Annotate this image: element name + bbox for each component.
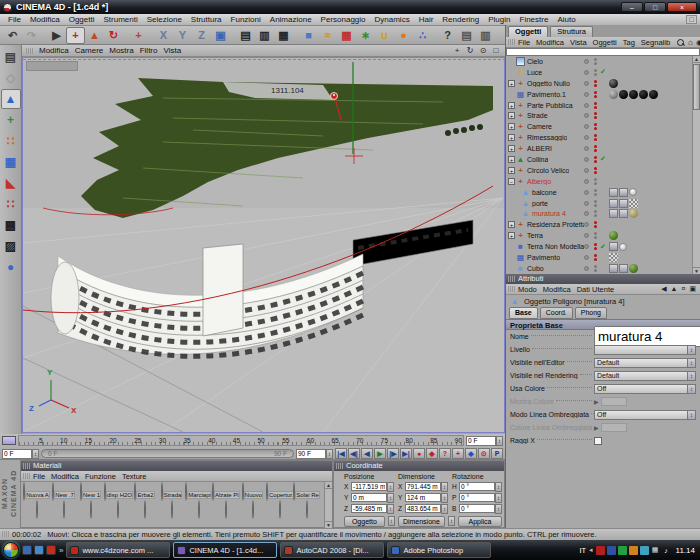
usa-colore-select[interactable]: Off↕: [594, 384, 696, 394]
material-preview[interactable]: [36, 500, 38, 519]
render-settings-icon[interactable]: ▦: [274, 27, 293, 44]
expand-toggle-icon[interactable]: +: [508, 232, 515, 239]
goto-end-button[interactable]: ▶|: [400, 448, 412, 459]
phong-tag-icon[interactable]: [609, 188, 618, 197]
visibility-dots[interactable]: [592, 177, 598, 186]
materials-menu-item[interactable]: Texture: [122, 472, 147, 481]
material-item[interactable]: [239, 501, 266, 519]
menu-item[interactable]: Finestre: [518, 15, 551, 24]
dimension-z-spinner[interactable]: ↕: [441, 504, 448, 514]
dropdown-arrow-icon[interactable]: ↕: [687, 359, 695, 367]
tree-row-alberi[interactable]: +ALBERI: [506, 143, 700, 154]
material-item[interactable]: [104, 501, 131, 519]
uvw-tag-icon[interactable]: [619, 199, 628, 208]
tree-row-camere[interactable]: +Camere: [506, 121, 700, 132]
object-filter-input[interactable]: [506, 48, 700, 56]
attributes-menu-item[interactable]: Modo: [518, 285, 537, 294]
layer-dot[interactable]: [584, 157, 589, 162]
display-layout-2-icon[interactable]: ▥: [476, 27, 495, 44]
position-z-field[interactable]: [351, 504, 387, 513]
material-item[interactable]: [131, 501, 158, 519]
position-y-spinner[interactable]: ↕: [387, 493, 394, 503]
object-manager-menu-item[interactable]: Segnalib: [641, 38, 670, 47]
material-preview[interactable]: [225, 500, 227, 519]
expand-toggle-icon[interactable]: +: [508, 134, 515, 141]
object-manager-grip[interactable]: [508, 39, 515, 45]
expand-toggle-icon[interactable]: +: [508, 156, 515, 163]
tray-app-2-icon[interactable]: [607, 546, 616, 555]
material-item[interactable]: [212, 501, 239, 519]
scale-tool-icon[interactable]: ▲: [85, 27, 104, 44]
layer-dot[interactable]: [584, 179, 589, 184]
zoom-view-icon[interactable]: ⊙: [478, 46, 488, 55]
material-chip[interactable]: [619, 90, 628, 99]
menu-item[interactable]: Rendering: [440, 15, 481, 24]
menu-item[interactable]: Aiuto: [555, 15, 577, 24]
rotate-view-icon[interactable]: ↻: [465, 46, 475, 55]
layer-dot[interactable]: [584, 146, 589, 151]
range-end-spinner[interactable]: ↕: [326, 449, 333, 459]
size-mode-spinner[interactable]: ↕: [448, 516, 455, 526]
rotation-b-field[interactable]: [459, 504, 495, 513]
phong-tag-icon[interactable]: [609, 264, 618, 273]
material-chip[interactable]: [609, 253, 618, 262]
lock-y-axis-icon[interactable]: Y: [173, 27, 192, 44]
polygon-mode-icon[interactable]: ◣: [1, 173, 21, 193]
tree-row-parte-pubblica[interactable]: +Parte Pubblica: [506, 100, 700, 111]
layer-dot[interactable]: [584, 168, 589, 173]
object-manager-menu-item[interactable]: Tag: [623, 38, 635, 47]
visibility-dots[interactable]: [592, 101, 598, 110]
powerslider-button[interactable]: P: [491, 448, 503, 459]
tab-phong[interactable]: Phong: [575, 307, 607, 319]
visibility-dots[interactable]: [592, 155, 598, 164]
home-icon[interactable]: ⌂: [688, 38, 693, 47]
material-item[interactable]: Alzate Pl: [212, 483, 239, 501]
rotation-p-spinner[interactable]: ↕: [495, 493, 502, 503]
material-preview[interactable]: [171, 500, 173, 519]
play-backward-button[interactable]: ◀: [361, 448, 373, 459]
layer-dot[interactable]: [584, 92, 589, 97]
material-chip[interactable]: [629, 188, 637, 196]
material-item[interactable]: Solai Re: [293, 483, 320, 501]
attributes-grip[interactable]: [508, 276, 515, 282]
record-key-button[interactable]: ◆: [426, 448, 438, 459]
material-preview[interactable]: [198, 500, 200, 519]
dimension-x-spinner[interactable]: ↕: [441, 482, 448, 492]
visibility-dots[interactable]: [592, 253, 598, 262]
object-manager-menu-item[interactable]: File: [518, 38, 530, 47]
quick-launch-overflow[interactable]: »: [59, 546, 63, 555]
attributes-menu-grip[interactable]: [508, 286, 515, 292]
tray-chevron-icon[interactable]: ◂: [589, 546, 593, 554]
network-icon[interactable]: ▦: [651, 546, 660, 555]
visibility-dots[interactable]: [592, 199, 598, 208]
dropdown-arrow-icon[interactable]: ↕: [687, 411, 695, 419]
layer-dot[interactable]: [584, 135, 589, 140]
rotate-tool-icon[interactable]: ↻: [104, 27, 123, 44]
frame-spinner[interactable]: ↕: [496, 436, 503, 446]
menu-item[interactable]: Modifica: [28, 15, 62, 24]
menu-item[interactable]: Funzioni: [229, 15, 263, 24]
material-item[interactable]: Strada: [158, 483, 185, 501]
layer-dot[interactable]: [584, 201, 589, 206]
eye-icon[interactable]: ◉: [696, 38, 700, 47]
tab-struttura[interactable]: Struttura: [550, 26, 593, 37]
tree-row-residenza-protetta[interactable]: +Residenza Protetta: [506, 219, 700, 230]
visibility-dots[interactable]: [592, 220, 598, 229]
lock-x-axis-icon[interactable]: X: [154, 27, 173, 44]
animation-mode-icon[interactable]: ∷: [1, 194, 21, 214]
material-item[interactable]: [50, 501, 77, 519]
show-desktop-icon[interactable]: [22, 545, 32, 555]
edge-mode-icon[interactable]: ▦: [1, 152, 21, 172]
viewport-canvas[interactable]: 1311.104 Y X Z: [22, 57, 505, 433]
visibile-rendering-select[interactable]: Default↕: [594, 371, 696, 381]
visibility-dots[interactable]: [592, 166, 598, 175]
object-axis-mode-icon[interactable]: +: [1, 110, 21, 130]
lock-icon[interactable]: ¤: [681, 285, 685, 293]
dropdown-arrow-icon[interactable]: ↕: [687, 372, 695, 380]
taskbar-task[interactable]: CINEMA 4D - [1.c4d...: [173, 542, 277, 558]
layer-dot[interactable]: [584, 222, 589, 227]
add-particles-icon[interactable]: ∴: [413, 27, 432, 44]
tray-app-1-icon[interactable]: [596, 546, 605, 555]
uvw-tag-icon[interactable]: [619, 209, 628, 218]
material-item[interactable]: [23, 501, 50, 519]
